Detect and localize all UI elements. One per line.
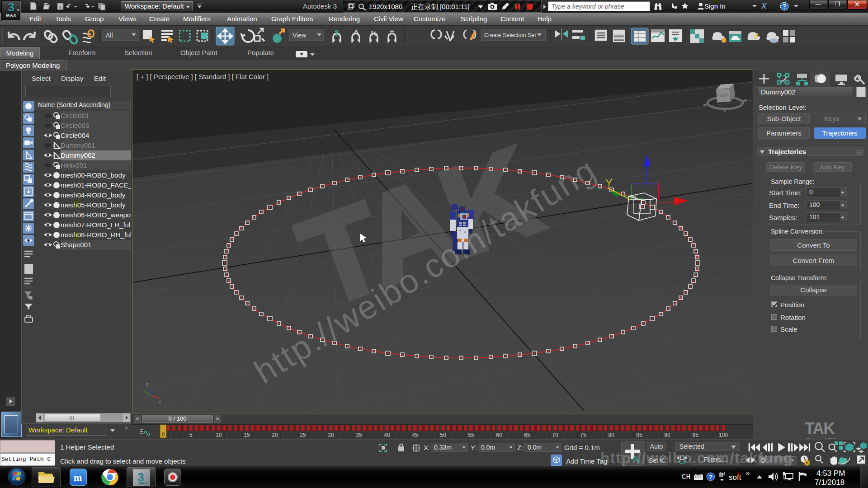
- svg-text:25: 25: [300, 432, 306, 438]
- svg-text:60: 60: [496, 432, 502, 438]
- svg-text:15: 15: [244, 432, 250, 438]
- svg-text:90: 90: [664, 432, 670, 438]
- svg-text:5: 5: [189, 432, 193, 438]
- svg-text:x: x: [159, 400, 161, 405]
- svg-text:%: %: [371, 29, 377, 37]
- svg-text:30: 30: [328, 432, 334, 438]
- svg-text:85: 85: [636, 432, 642, 438]
- svg-text:10: 10: [216, 432, 222, 438]
- svg-text:TAK: TAK: [805, 419, 835, 438]
- svg-text:?: ?: [709, 474, 712, 480]
- svg-text:FRONT: FRONT: [717, 93, 730, 98]
- svg-text:?: ?: [783, 3, 787, 10]
- svg-text:20: 20: [272, 432, 278, 438]
- svg-text:80: 80: [608, 432, 614, 438]
- svg-text:Create Selection Set: Create Selection Set: [484, 32, 536, 38]
- svg-text:70: 70: [552, 432, 558, 438]
- svg-text:All: All: [106, 32, 113, 39]
- svg-text:0: 0: [162, 432, 165, 437]
- svg-text:z: z: [146, 382, 148, 387]
- svg-text:75: 75: [580, 432, 586, 438]
- svg-text:55: 55: [468, 432, 474, 438]
- svg-text:3: 3: [335, 29, 339, 37]
- svg-text:View: View: [292, 32, 307, 39]
- svg-text:65: 65: [524, 432, 530, 438]
- svg-text:50: 50: [440, 432, 446, 438]
- svg-text:95: 95: [692, 432, 698, 438]
- svg-text:100: 100: [719, 432, 728, 438]
- svg-text:40: 40: [384, 432, 390, 438]
- svg-text:45: 45: [412, 432, 418, 438]
- svg-text:35: 35: [356, 432, 362, 438]
